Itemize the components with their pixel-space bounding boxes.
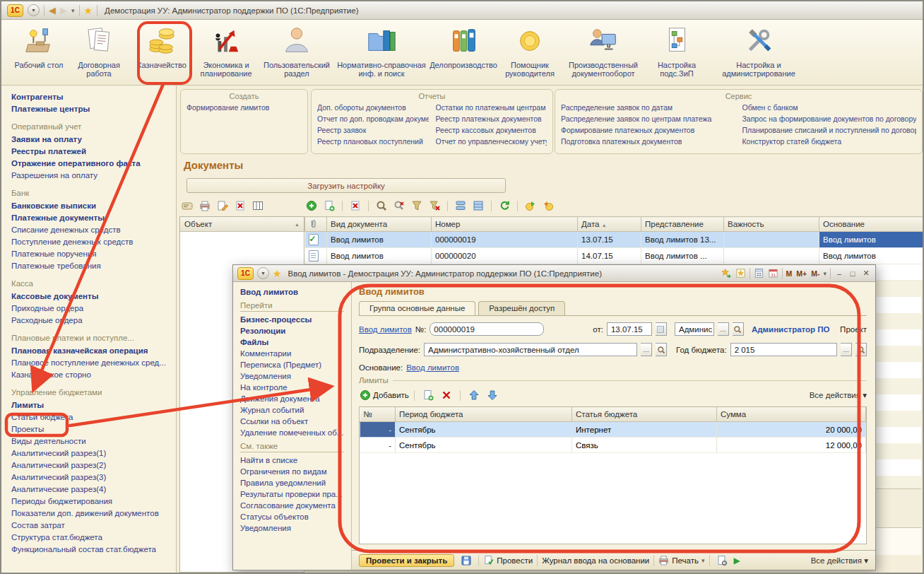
dialog-sidebar-item[interactable]: Статусы объектов [240,512,351,522]
clear-filter-icon[interactable] [427,199,442,213]
sidebar-item[interactable]: Банковские выписки [11,201,176,211]
minimize-icon[interactable]: – [834,269,844,278]
entry-journal-button[interactable]: Журнал ввода на основании [542,556,649,565]
copy-row-icon[interactable] [422,388,437,402]
attachment-column-header[interactable] [305,217,327,232]
service-link[interactable]: Распределение заявок по датам [561,103,735,112]
report-link[interactable]: Реестр кассовых документов [436,126,547,134]
ribbon-item-production-docflow[interactable]: Производственный документооборот [562,23,644,78]
dialog-menu-button[interactable]: ▼ [257,267,269,279]
sidebar-item[interactable]: Платежные требования [11,262,176,271]
document-row[interactable]: Ввод лимитов 000000019 13.07.15 Ввод лим… [305,232,924,248]
document-row[interactable]: Ввод лимитов 000000020 14.07.15 Ввод лим… [305,248,924,264]
author-link[interactable]: Администратор ПО [752,325,830,334]
print-icon[interactable] [197,199,213,213]
column-header[interactable]: Сумма [717,407,866,422]
column-header[interactable]: № [360,407,396,422]
sidebar-item[interactable]: Кассовые документы [11,292,176,301]
more-dropdown-icon[interactable]: ▾ [823,270,827,277]
sidebar-item[interactable]: Платежные центры [11,105,176,114]
sidebar-item[interactable]: Аналитический разрез(2) [11,461,176,470]
calculator-icon[interactable] [754,268,764,279]
sidebar-item[interactable]: Платежные поручения [11,250,176,259]
sidebar-item[interactable]: Состав затрат [11,521,176,530]
sidebar-item[interactable]: Списание денежных средств [11,226,176,235]
column-header[interactable]: Основание [819,217,924,232]
dialog-sidebar-item[interactable]: Файлы [240,338,351,347]
history-dropdown-icon[interactable]: ▾ [71,7,75,14]
sidebar-item[interactable]: Реестры платежей [11,147,176,156]
column-header[interactable]: Период бюджета [396,407,572,422]
sidebar-item[interactable]: Аналитический разрез(1) [11,449,176,458]
author-field[interactable]: Админис [675,322,714,336]
list-icon[interactable] [470,199,486,213]
report-link[interactable]: Отчет по доп. проводкам документов [317,115,429,123]
ribbon-item-administration[interactable]: Настройка и администрирование [709,23,808,78]
column-header-date[interactable]: Дата ▲ [578,217,641,232]
dialog-sidebar-item[interactable]: Уведомления [240,524,351,533]
column-header[interactable]: Номер [432,217,578,232]
dialog-sidebar-item[interactable]: Переписка (Предмет) [240,361,351,370]
service-link[interactable]: Подготовка платежных документов [561,137,735,146]
add-icon[interactable] [304,199,319,213]
report-link[interactable]: Доп. обороты документов [317,103,429,112]
sidebar-item[interactable]: Приходные ордера [11,304,176,313]
date-field[interactable]: 13.07.15 [607,322,652,336]
delete-icon[interactable] [232,199,248,213]
dialog-sidebar-item[interactable]: Правила уведомлений [240,479,351,488]
ribbon-item-zip-settings[interactable]: Настройка подс.ЗиП [644,23,709,78]
sidebar-item[interactable]: Периоды бюджетирования [11,497,176,506]
dialog-sidebar-item[interactable]: Бизнес-процессы [240,315,351,324]
move-up-icon[interactable] [468,388,483,402]
ellipsis-button[interactable]: … [718,322,729,336]
search-icon[interactable] [656,343,667,356]
sidebar-item[interactable]: Контрагенты [11,93,176,102]
add-row-icon[interactable]: Добавить [359,388,410,402]
sidebar-item[interactable]: Функциональный состав стат.бюджета [11,545,176,554]
copy-icon[interactable] [321,199,337,213]
main-menu-button[interactable]: ▼ [28,4,40,16]
doc-settings-icon[interactable] [714,554,730,568]
sidebar-item[interactable]: Заявки на оплату [11,135,176,144]
tab[interactable]: Группа основные данные [359,301,475,315]
memory-button[interactable]: M+ [796,269,807,278]
ribbon-item-economy-planning[interactable]: Экономика и планирование [192,23,260,78]
play-icon[interactable]: ▶ [734,556,740,566]
post-and-close-button[interactable]: Провести и закрыть [359,554,454,567]
limit-row[interactable]: - Сентябрь Интернет 20 000,00 [360,422,866,438]
maximize-icon[interactable]: □ [848,269,858,278]
ribbon-item-desktop[interactable]: Рабочий стол [11,23,66,69]
dialog-sidebar-item[interactable]: Согласование документа [240,501,351,510]
sidebar-item[interactable]: Отражение оперативного факта [11,159,176,168]
dialog-sidebar-item[interactable]: Журнал событий [240,406,351,415]
search-icon[interactable] [855,343,867,356]
search-icon[interactable] [374,199,389,213]
ribbon-item-user-section[interactable]: Пользовательский раздел [260,23,333,78]
dialog-sidebar-item[interactable]: Уведомления [240,372,351,381]
dialog-sidebar-item[interactable]: Комментарии [240,349,351,358]
dialog-sidebar-item[interactable]: Движения документа [240,394,351,404]
ribbon-item-manager-assistant[interactable]: Помощник руководителя [497,23,562,78]
sidebar-item[interactable]: Статьи бюджета [11,413,176,422]
service-link[interactable]: Формирование платежных документов [561,126,735,134]
all-actions-button[interactable]: Все действия ▾ [811,556,868,566]
add-favorite-icon[interactable] [721,268,732,279]
forward-icon[interactable]: ▶ [60,5,67,16]
move-down-icon[interactable] [486,388,502,402]
report-link[interactable]: Остатки по платежным центрам [436,103,547,112]
number-field[interactable]: 000000019 [430,322,544,336]
ribbon-item-reference-search[interactable]: Нормативно-справочная инф. и поиск [333,23,430,78]
column-header[interactable]: Представление [641,217,724,232]
sidebar-item[interactable]: Казначейское сторно [11,370,176,380]
sidebar-item[interactable]: Структура стат.бюджета [11,533,176,542]
report-link[interactable]: Реестр плановых поступлений [317,137,429,146]
service-link[interactable]: Конструктор статей бюджета [742,137,917,146]
load-settings-button[interactable]: Загрузить настройку [186,178,506,193]
edit-icon[interactable] [215,199,230,213]
sidebar-item[interactable]: Лимиты [11,401,176,410]
tab[interactable]: Разрешён доступ [478,301,565,315]
all-actions-button[interactable]: Все действия ▾ [810,390,867,400]
sidebar-item[interactable]: Проекты [11,425,176,434]
ellipsis-button[interactable]: … [841,343,852,356]
dialog-sidebar-item[interactable]: Найти в списке [240,456,351,465]
